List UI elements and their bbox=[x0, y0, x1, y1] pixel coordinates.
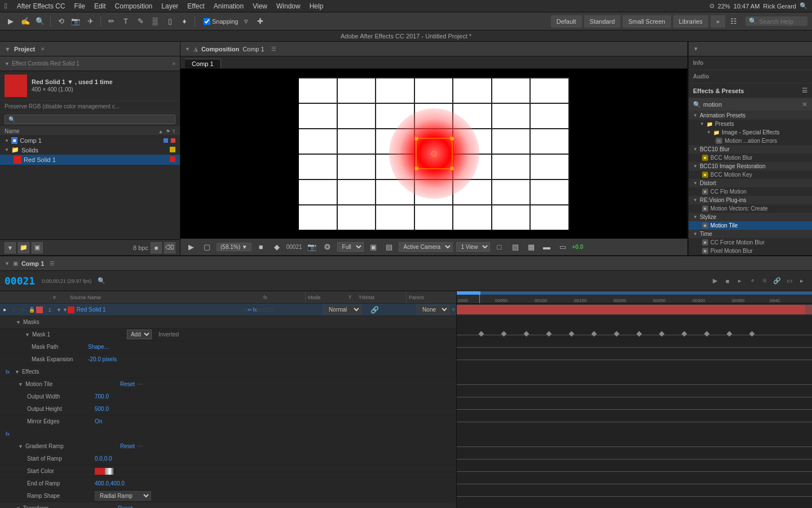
tl-ctrl-4[interactable]: ⚬ bbox=[747, 275, 758, 287]
tl-ctrl-2[interactable]: ■ bbox=[722, 275, 733, 287]
pan-tool[interactable]: ✈ bbox=[84, 15, 96, 28]
project-search-input[interactable] bbox=[5, 115, 175, 124]
menu-view[interactable]: View bbox=[249, 1, 271, 11]
transform-handle-bl[interactable] bbox=[414, 167, 418, 170]
start-ramp-value[interactable]: 0.0,0.0 bbox=[95, 456, 112, 462]
puppet-tool[interactable]: ♦ bbox=[178, 15, 191, 28]
delete-btn[interactable]: ⌫ bbox=[164, 242, 175, 253]
motion-tile-row[interactable]: ▼ Motion Tile Reset ⋯ bbox=[0, 378, 456, 391]
motion-vectors-item[interactable]: ■ Motion Vectors: Create bbox=[689, 204, 812, 213]
kf-9[interactable] bbox=[659, 331, 665, 336]
effect-controls-tab[interactable]: Effect Controls Red Solid 1 bbox=[12, 60, 80, 67]
effects-group-tri[interactable]: ▼ bbox=[15, 369, 20, 375]
output-height-value[interactable]: 500.0 bbox=[95, 406, 109, 412]
kf-8[interactable] bbox=[637, 331, 642, 336]
comp-ctrl-camera[interactable]: 📷 bbox=[306, 241, 318, 253]
bcc-motion-key-item[interactable]: ■ BCC Motion Key bbox=[689, 170, 812, 179]
comp-ctrl-8[interactable]: ▩ bbox=[525, 241, 537, 253]
comp-ctrl-4[interactable]: ▣ bbox=[367, 241, 379, 253]
comp-options[interactable]: ☰ bbox=[271, 46, 276, 52]
pen-tool[interactable]: ✏ bbox=[105, 15, 117, 28]
menu-effect[interactable]: Effect bbox=[183, 1, 208, 11]
animation-presets-header[interactable]: Animation Presets bbox=[689, 111, 812, 120]
transform-row[interactable]: ▼ Transform Reset bbox=[0, 502, 456, 508]
kf-12[interactable] bbox=[727, 331, 732, 336]
track-bar-1[interactable] bbox=[457, 305, 812, 314]
menu-edit[interactable]: Edit bbox=[90, 1, 110, 11]
snap-extra[interactable]: ✚ bbox=[254, 15, 267, 28]
effects-presets-menu[interactable]: ☰ bbox=[802, 87, 807, 94]
presets-subgroup[interactable]: 📁 Presets bbox=[689, 120, 812, 128]
menu-help[interactable]: Help bbox=[306, 1, 328, 11]
layer-expand-tri[interactable]: ▼ bbox=[56, 307, 61, 313]
layer-vis-toggle[interactable]: ● bbox=[0, 306, 9, 313]
motion-tile-reset[interactable]: Reset bbox=[120, 381, 135, 387]
kf-4[interactable] bbox=[546, 331, 552, 336]
layer-solo-toggle[interactable]: ☉ bbox=[18, 307, 27, 313]
menu-window[interactable]: Window bbox=[272, 1, 304, 11]
mask-1-row[interactable]: ▼ Mask 1 Add Inverted bbox=[0, 329, 456, 341]
menu-animation[interactable]: Animation bbox=[210, 1, 248, 11]
comp-ctrl-10[interactable]: ▭ bbox=[557, 241, 569, 253]
bcc-motion-blur-item[interactable]: ■ BCC Motion Blur bbox=[689, 154, 812, 162]
menu-file[interactable]: File bbox=[70, 1, 89, 11]
gradient-ramp-dots[interactable]: ⋯ bbox=[137, 443, 143, 449]
layer-1-row[interactable]: ● ♪ ☉ 🔓 1 ▼ ▼ Red Solid 1 □ bbox=[0, 304, 456, 316]
sw4[interactable]: □ bbox=[266, 307, 269, 313]
sw-fx[interactable]: fx bbox=[253, 307, 257, 313]
revision-header[interactable]: RE:Vision Plug-ins bbox=[689, 196, 812, 204]
comp-ctrl-play[interactable]: ▶ bbox=[185, 241, 197, 253]
tl-ctrl-5[interactable]: ⚛ bbox=[759, 275, 770, 287]
camera-select[interactable]: Active Camera bbox=[399, 242, 453, 252]
mask-expansion-value[interactable]: -20.0 pixels bbox=[88, 356, 117, 362]
motion-tile-dots[interactable]: ⋯ bbox=[137, 381, 143, 387]
distort-header[interactable]: Distort bbox=[689, 179, 812, 187]
transform-handle-tr[interactable] bbox=[450, 137, 453, 141]
kf-7[interactable] bbox=[614, 331, 620, 336]
comp-ctrl-3[interactable]: ❂ bbox=[321, 241, 334, 253]
start-color-swatch[interactable] bbox=[95, 468, 105, 475]
kf-2[interactable] bbox=[501, 331, 507, 336]
comp-item[interactable]: ▼ ■ Comp 1 bbox=[0, 136, 180, 145]
cc-force-motion-blur-item[interactable]: ■ CC Force Motion Blur bbox=[689, 238, 812, 247]
project-tab[interactable]: Project bbox=[14, 46, 35, 52]
import-btn[interactable]: ▼ bbox=[5, 242, 16, 253]
workspace-default[interactable]: Default bbox=[551, 15, 582, 28]
ramp-shape-select[interactable]: Radial Ramp bbox=[95, 491, 151, 501]
kf-5[interactable] bbox=[569, 331, 575, 336]
output-width-value[interactable]: 700.0 bbox=[95, 393, 109, 400]
new-comp-btn[interactable]: ▣ bbox=[32, 242, 43, 253]
sw2[interactable]: □ bbox=[258, 307, 261, 313]
effects-search-input[interactable] bbox=[703, 101, 800, 108]
comp-ctrl-render[interactable]: ▢ bbox=[201, 241, 213, 253]
tl-ctrl-6[interactable]: 🔗 bbox=[771, 275, 783, 287]
eraser-tool[interactable]: ▯ bbox=[164, 15, 176, 28]
timeline-nav-bar[interactable] bbox=[457, 291, 812, 295]
sw1[interactable]: □ bbox=[243, 307, 246, 313]
layer-lock-toggle[interactable]: 🔓 bbox=[27, 307, 36, 313]
kf-1[interactable] bbox=[479, 331, 484, 336]
workspace-standard[interactable]: Standard bbox=[584, 15, 621, 28]
layer-1-mode[interactable]: Normal bbox=[325, 305, 361, 314]
motion-tile-item[interactable]: ■ Motion Tile bbox=[689, 221, 812, 230]
menu-composition[interactable]: Composition bbox=[111, 1, 157, 11]
tl-ctrl-8[interactable]: ▸ bbox=[796, 275, 807, 287]
masks-group-row[interactable]: ▼ Masks bbox=[0, 316, 456, 329]
comp-ctrl-6[interactable]: □ bbox=[493, 241, 506, 253]
text-tool[interactable]: T bbox=[120, 15, 132, 28]
snapping-checkbox[interactable] bbox=[204, 18, 210, 25]
composition-tab-label[interactable]: Composition bbox=[201, 46, 239, 52]
sw-edit[interactable]: ✏ bbox=[248, 307, 252, 313]
panel-expand[interactable]: » bbox=[172, 60, 175, 67]
rotation-tool[interactable]: ⟲ bbox=[55, 15, 67, 28]
effects-search-clear[interactable]: ✕ bbox=[802, 100, 807, 108]
workspace-libraries[interactable]: Libraries bbox=[673, 15, 708, 28]
workspace-options[interactable]: ☷ bbox=[727, 15, 740, 28]
comp-ctrl-2[interactable]: ◆ bbox=[271, 241, 283, 253]
track-end-handle[interactable] bbox=[805, 305, 812, 314]
timecode-main[interactable]: 00021 bbox=[5, 275, 35, 287]
sw5[interactable]: □ bbox=[271, 307, 273, 313]
kf-10[interactable] bbox=[682, 331, 687, 336]
new-folder-btn[interactable]: 📁 bbox=[18, 242, 29, 253]
bcc10-blur-header[interactable]: BCC10 Blur bbox=[689, 145, 812, 154]
